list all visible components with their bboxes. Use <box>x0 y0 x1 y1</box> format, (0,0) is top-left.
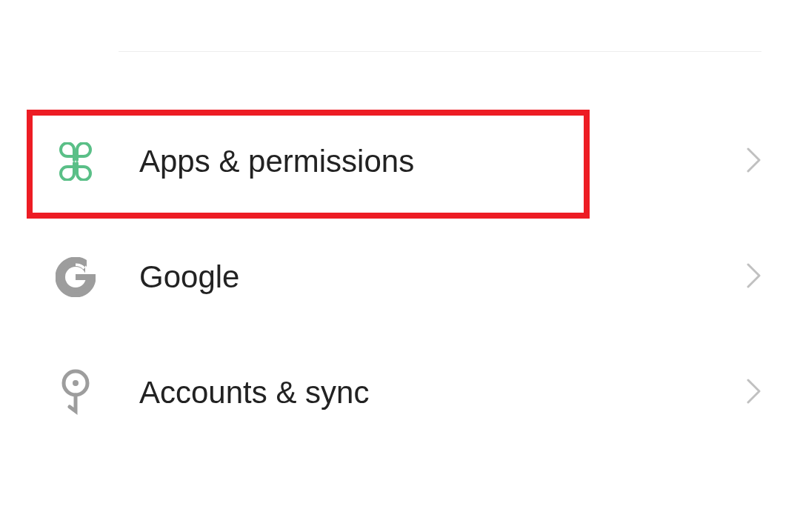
chevron-right-icon <box>747 147 761 176</box>
apps-permissions-icon <box>55 141 96 182</box>
svg-rect-7 <box>87 260 96 274</box>
settings-item-label: Accounts & sync <box>139 375 747 410</box>
google-icon <box>55 256 96 298</box>
settings-list: Apps & permissions <box>0 104 800 450</box>
svg-rect-6 <box>76 274 95 280</box>
settings-item-google[interactable]: Google <box>0 219 800 335</box>
settings-item-apps-permissions[interactable]: Apps & permissions <box>0 104 800 219</box>
settings-item-label: Google <box>139 259 747 295</box>
svg-point-9 <box>73 380 79 386</box>
settings-item-accounts-sync[interactable]: Accounts & sync <box>0 335 800 450</box>
key-icon <box>55 372 96 413</box>
chevron-right-icon <box>747 379 761 407</box>
settings-item-label: Apps & permissions <box>139 144 747 179</box>
chevron-right-icon <box>747 263 761 291</box>
divider <box>119 51 761 52</box>
